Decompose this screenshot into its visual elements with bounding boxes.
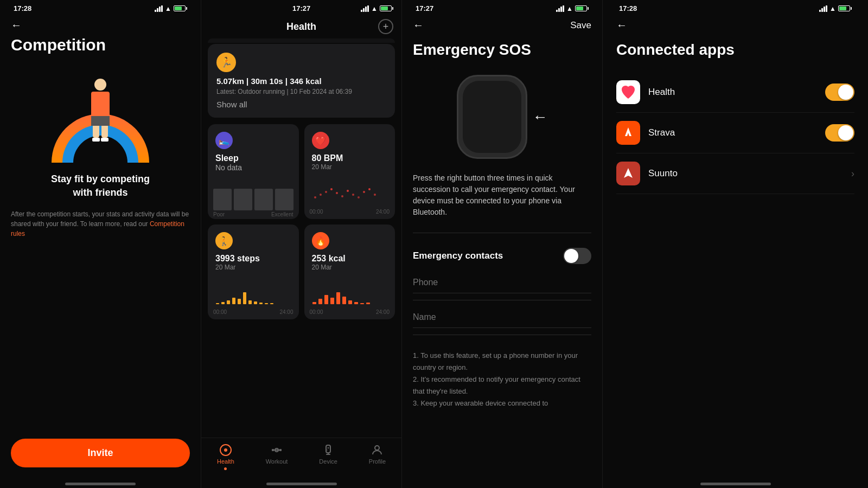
heart-chart: 00:00 24:00 <box>310 181 390 206</box>
steps-card[interactable]: 🚶 3993 steps 20 Mar <box>208 224 299 319</box>
back-arrow-4[interactable]: ← <box>616 19 627 31</box>
svg-rect-36 <box>279 449 282 451</box>
profile-nav-icon <box>371 444 384 457</box>
signal-icon-2 <box>361 5 369 12</box>
home-bar-4 <box>616 478 854 488</box>
svg-point-2 <box>325 191 327 193</box>
add-button[interactable]: + <box>378 19 393 34</box>
svg-point-11 <box>374 194 376 196</box>
divider-3 <box>413 335 591 335</box>
heart-date: 20 Mar <box>312 163 388 171</box>
status-bar-3: 17:27 ▲ <box>413 0 591 15</box>
svg-rect-19 <box>254 301 257 304</box>
health-app-row: Health <box>616 72 854 113</box>
svg-rect-27 <box>336 292 340 304</box>
health-nav-icon <box>219 444 232 457</box>
svg-rect-26 <box>330 298 334 304</box>
svg-rect-12 <box>216 303 219 304</box>
device-nav-icon <box>322 444 335 457</box>
watch-graphic <box>457 75 527 159</box>
signal-icon-3 <box>556 5 564 12</box>
workout-nav-icon <box>270 444 283 457</box>
invite-button[interactable]: Invite <box>11 439 190 467</box>
battery-icon-4 <box>838 5 852 11</box>
kcal-card[interactable]: 🔥 253 kcal 20 Mar <box>304 224 395 319</box>
sleep-title: Sleep <box>215 153 291 163</box>
instruction-3: 3. Keep your wearable device connected t… <box>413 397 591 409</box>
strava-app-icon <box>616 121 640 145</box>
svg-point-8 <box>358 196 360 198</box>
status-icons-1: ▲ <box>155 5 187 12</box>
back-arrow-3[interactable]: ← <box>413 19 424 31</box>
nav-device[interactable]: Device <box>319 444 337 470</box>
time-4: 17:28 <box>619 4 637 12</box>
back-button-1[interactable]: ← <box>11 19 190 31</box>
heart-card[interactable]: ❤️ 80 BPM 20 Mar <box>304 124 395 219</box>
health-nav-label: Health <box>217 458 234 465</box>
health-toggle[interactable] <box>825 84 854 101</box>
battery-icon-2 <box>380 5 393 11</box>
svg-marker-43 <box>625 127 631 136</box>
nav-workout[interactable]: Workout <box>266 444 288 470</box>
emergency-sos-panel: 17:27 ▲ ← Save Emergency SOS ← Press the… <box>401 0 602 488</box>
signal-icon <box>155 5 163 12</box>
signal-icon-4 <box>819 5 827 12</box>
status-icons-2: ▲ <box>361 5 393 12</box>
svg-point-9 <box>363 191 365 193</box>
strava-toggle[interactable] <box>825 124 854 142</box>
activity-stats: 5.07km | 30m 10s | 346 kcal <box>216 76 386 86</box>
health-scroll[interactable]: 🏃 5.07km | 30m 10s | 346 kcal Latest: Ou… <box>201 38 401 438</box>
suunto-app-row[interactable]: Suunto › <box>616 153 854 194</box>
sleep-card[interactable]: 🛌 Sleep No data Poor Excellent <box>208 124 299 219</box>
svg-rect-13 <box>221 302 225 304</box>
emergency-contacts-row: Emergency contacts <box>413 248 591 264</box>
wifi-icon-3: ▲ <box>566 5 573 12</box>
svg-rect-30 <box>354 302 358 304</box>
wifi-icon-2: ▲ <box>371 5 378 12</box>
steps-value: 3993 steps <box>215 254 291 264</box>
svg-rect-23 <box>312 302 316 304</box>
phone-input[interactable] <box>413 272 591 293</box>
svg-rect-32 <box>366 303 370 304</box>
svg-rect-31 <box>360 303 364 304</box>
svg-rect-28 <box>342 297 346 304</box>
health-title: Health <box>286 21 316 33</box>
sleep-icon: 🛌 <box>215 132 233 149</box>
divider-1 <box>413 233 591 233</box>
save-button[interactable]: Save <box>570 20 591 31</box>
steps-chart: 00:00 24:00 <box>213 281 293 306</box>
kcal-icon: 🔥 <box>312 232 329 249</box>
svg-rect-25 <box>324 295 328 304</box>
svg-rect-39 <box>326 445 330 453</box>
svg-rect-16 <box>238 299 241 304</box>
instruction-1: 1. To use this feature, set up a phone n… <box>413 350 591 374</box>
svg-rect-35 <box>272 449 274 451</box>
active-nav-dot <box>224 467 227 470</box>
competition-title: Competition <box>11 36 190 54</box>
connected-apps-panel: 17:28 ▲ ← Connected apps Health <box>602 0 868 488</box>
strava-app-name: Strava <box>648 127 675 138</box>
nav-profile[interactable]: Profile <box>369 444 386 470</box>
heart-icon: ❤️ <box>312 132 329 149</box>
battery-icon-3 <box>575 5 589 11</box>
show-all-button[interactable]: Show all <box>216 100 386 109</box>
strava-toggle-knob <box>838 125 853 140</box>
health-app-info: Health <box>616 80 675 104</box>
nav-health[interactable]: Health <box>217 444 234 470</box>
svg-rect-24 <box>318 299 322 304</box>
health-toggle-knob <box>838 85 853 100</box>
svg-marker-44 <box>624 168 633 178</box>
name-input[interactable] <box>413 307 591 328</box>
emergency-contacts-toggle[interactable] <box>563 248 591 264</box>
svg-point-6 <box>347 190 349 192</box>
suunto-chevron-icon: › <box>851 168 854 179</box>
divider-2 <box>413 300 591 300</box>
bpm-value: 80 BPM <box>312 153 388 163</box>
character-avatar <box>84 79 117 133</box>
battery-icon <box>174 5 187 11</box>
steps-icon: 🚶 <box>215 232 233 249</box>
connected-apps-title: Connected apps <box>616 41 854 59</box>
svg-point-1 <box>320 194 322 196</box>
svg-point-7 <box>352 194 354 196</box>
watch-container: ← <box>413 75 591 159</box>
